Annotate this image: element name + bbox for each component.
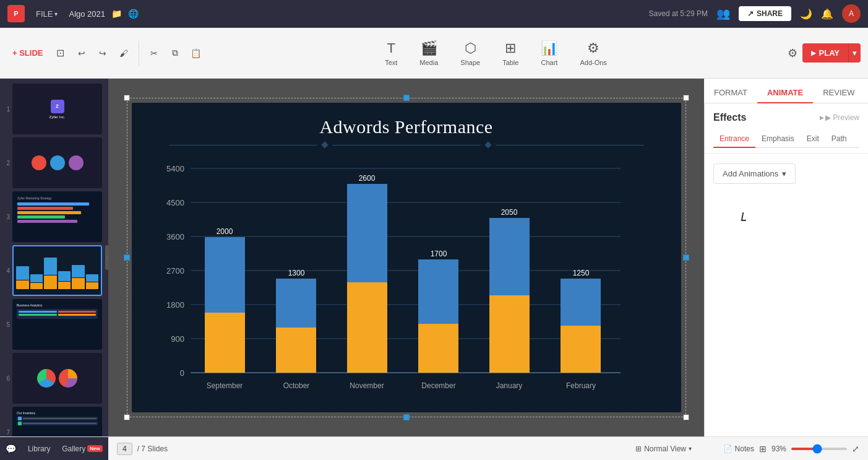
table-icon: ⊞ — [505, 40, 516, 56]
notes-icon: 📄 — [723, 445, 733, 453]
moon-icon[interactable]: 🌙 — [800, 8, 812, 20]
svg-rect-15 — [205, 313, 245, 373]
notes-button[interactable]: 📄 Notes — [723, 445, 754, 453]
people-icon[interactable]: 👥 — [716, 7, 730, 20]
canvas-area: Adwords Performance 0 900 1800 2700 3 — [108, 79, 704, 436]
addons-icon: ⚙ — [587, 40, 599, 56]
paint-format-button[interactable]: 🖌 — [115, 45, 132, 62]
addons-tool[interactable]: ⚙ Add-Ons — [569, 40, 617, 66]
chart-svg: 0 900 1800 2700 3600 4500 5400 — [163, 156, 645, 391]
slide-1-thumbnail[interactable]: Z Zyller Inc. — [12, 84, 102, 134]
slide-7-thumbnail[interactable]: Our Inventory — [12, 407, 102, 436]
slide-2-container: 2 — [2, 137, 106, 188]
svg-text:3600: 3600 — [166, 232, 184, 241]
effect-tab-emphasis[interactable]: Emphasis — [755, 131, 801, 148]
svg-rect-40 — [561, 326, 601, 373]
panel-resize-handle[interactable]: ⋮ — [105, 245, 108, 270]
slide-5-container: 5 Business Analytics — [2, 299, 106, 350]
handle-top-right[interactable] — [683, 95, 689, 101]
svg-text:5400: 5400 — [166, 164, 184, 173]
svg-rect-42 — [561, 279, 601, 326]
slide-7-container: 7 Our Inventory — [2, 407, 106, 436]
svg-rect-25 — [347, 282, 387, 373]
tab-review[interactable]: REVIEW — [813, 83, 864, 103]
slide-2-number: 2 — [2, 160, 10, 167]
handle-top-left[interactable] — [124, 95, 130, 101]
effect-tab-entrance[interactable]: Entrance — [713, 131, 755, 148]
saved-text: Saved at 5:29 PM — [649, 9, 708, 18]
svg-text:2000: 2000 — [216, 227, 233, 236]
play-dropdown-button[interactable]: ▾ — [848, 43, 861, 63]
tab-format[interactable]: FORMAT — [704, 83, 757, 103]
panel-empty-area — [705, 194, 868, 436]
svg-rect-27 — [347, 184, 387, 282]
cut-button[interactable]: ✂ — [145, 45, 163, 62]
shape-icon: ⬡ — [465, 40, 476, 56]
svg-text:January: January — [496, 381, 522, 390]
svg-text:900: 900 — [171, 334, 184, 344]
svg-text:1800: 1800 — [166, 300, 184, 310]
grid-view-icon[interactable]: ⊞ — [759, 444, 767, 454]
svg-text:1250: 1250 — [572, 269, 589, 277]
chart-tool[interactable]: 📊 Chart — [530, 40, 569, 66]
slide-2-thumbnail[interactable] — [12, 137, 102, 188]
globe-icon[interactable]: 🌐 — [128, 9, 139, 19]
handle-mid-left[interactable] — [124, 254, 130, 261]
media-tool[interactable]: 🎬 Media — [408, 40, 449, 66]
text-tool[interactable]: T Text — [374, 40, 408, 66]
share-button[interactable]: ↗ SHARE — [739, 6, 791, 21]
fit-view-icon[interactable]: ⤢ — [852, 444, 859, 454]
handle-bot-mid[interactable] — [403, 414, 410, 420]
svg-rect-32 — [418, 259, 458, 324]
slide-3-thumbnail[interactable]: Zyller Marketing Strategy — [12, 191, 102, 242]
normal-view-button[interactable]: ⊞ Normal View ▾ — [632, 443, 695, 455]
copy-button[interactable]: ⧉ — [166, 45, 184, 62]
effect-tab-path[interactable]: Path — [825, 131, 853, 148]
handle-bot-left[interactable] — [124, 414, 130, 420]
settings-icon[interactable]: ⚙ — [788, 46, 797, 60]
slide-page-number: 4 — [117, 443, 132, 455]
app-logo: P — [7, 5, 25, 22]
effect-tab-exit[interactable]: Exit — [801, 131, 825, 148]
handle-top-mid[interactable] — [403, 95, 410, 101]
svg-rect-37 — [489, 218, 530, 295]
add-animations-arrow: ▾ — [782, 169, 786, 178]
table-tool[interactable]: ⊞ Table — [491, 40, 530, 66]
slide-3-number: 3 — [2, 214, 10, 220]
paste-button[interactable]: 📋 — [187, 45, 205, 62]
add-animations-button[interactable]: Add Animations ▾ — [713, 163, 796, 184]
bell-icon[interactable]: 🔔 — [821, 8, 833, 20]
preview-link[interactable]: ▶ ▶ Preview — [820, 113, 859, 122]
svg-rect-30 — [418, 324, 458, 373]
file-button[interactable]: FILE ▾ — [31, 7, 62, 21]
svg-text:1300: 1300 — [288, 269, 304, 277]
undo-button[interactable]: ↩ — [73, 45, 90, 62]
effects-title: Effects — [713, 112, 746, 123]
svg-text:2600: 2600 — [358, 174, 375, 183]
add-slide-button[interactable]: + SLIDE — [7, 46, 48, 60]
chat-button[interactable]: 💬 — [6, 444, 16, 454]
slide-5-thumbnail[interactable]: Business Analytics — [12, 299, 102, 350]
redo-button[interactable]: ↪ — [94, 45, 111, 62]
slide-4-thumbnail[interactable] — [12, 245, 102, 296]
new-badge: New — [87, 445, 102, 452]
slide-6-number: 6 — [2, 375, 10, 382]
library-button[interactable]: Library — [28, 445, 51, 453]
slide-6-thumbnail[interactable] — [12, 353, 102, 404]
svg-text:October: October — [283, 381, 309, 390]
zoom-slider[interactable] — [791, 448, 847, 450]
handle-bot-right[interactable] — [683, 414, 689, 420]
fit-button[interactable]: ⊡ — [52, 45, 69, 62]
play-button[interactable]: ▶ PLAY — [802, 43, 848, 63]
folder-icon[interactable]: 📁 — [111, 9, 122, 19]
svg-text:February: February — [565, 381, 595, 390]
svg-text:4500: 4500 — [166, 198, 184, 207]
gallery-button[interactable]: Gallery New — [62, 445, 102, 453]
slide-6-container: 6 — [2, 353, 106, 404]
shape-tool[interactable]: ⬡ Shape — [449, 40, 491, 66]
svg-text:2050: 2050 — [501, 208, 517, 217]
svg-rect-17 — [205, 237, 245, 313]
svg-rect-35 — [489, 295, 530, 373]
tab-animate[interactable]: ANIMATE — [757, 83, 813, 103]
handle-mid-right[interactable] — [683, 254, 689, 261]
